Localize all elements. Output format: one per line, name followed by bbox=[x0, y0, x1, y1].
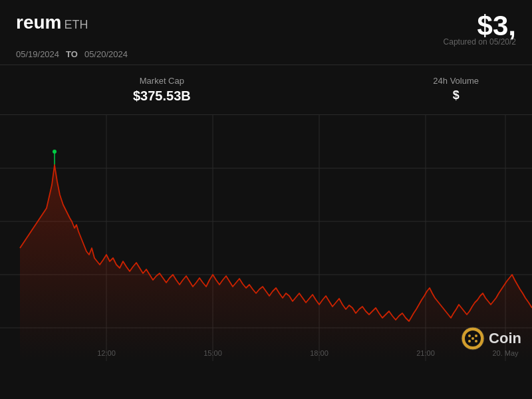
market-cap-stat: Market Cap $375.53B bbox=[133, 76, 191, 104]
date-from: 05/19/2024 bbox=[16, 49, 59, 59]
coin-name-area: reumETH bbox=[16, 12, 88, 33]
coin-ticker: ETH bbox=[64, 18, 88, 31]
market-cap-label: Market Cap bbox=[133, 76, 191, 86]
x-label-1500: 15:00 bbox=[203, 349, 222, 357]
coin-name: reum bbox=[16, 12, 61, 33]
chart-fill bbox=[20, 165, 532, 361]
volume-value: $ bbox=[433, 88, 479, 102]
price-display: $3, bbox=[477, 12, 516, 40]
x-label-1800: 18:00 bbox=[310, 349, 329, 357]
market-cap-value: $375.53B bbox=[133, 88, 191, 104]
svg-point-15 bbox=[468, 340, 471, 342]
date-to-value: 05/20/2024 bbox=[84, 49, 128, 59]
x-label-1200: 12:00 bbox=[97, 349, 116, 357]
watermark-text: Coin bbox=[489, 330, 521, 347]
price-chart: 12:00 15:00 18:00 21:00 20. May bbox=[0, 115, 532, 361]
svg-point-16 bbox=[475, 340, 477, 342]
date-to-label: TO bbox=[66, 49, 78, 59]
volume-stat: 24h Volume $ bbox=[433, 76, 479, 104]
stats-bar: Market Cap $375.53B 24h Volume $ bbox=[0, 65, 532, 115]
watermark-logo-icon bbox=[461, 327, 485, 350]
volume-label: 24h Volume bbox=[433, 76, 479, 86]
watermark: Coin bbox=[461, 327, 521, 350]
svg-point-14 bbox=[475, 334, 477, 337]
date-range-bar: 05/19/2024 TO 05/20/2024 Captured on 05/… bbox=[0, 47, 532, 65]
captured-label: Captured on 05/20/2 bbox=[444, 37, 516, 47]
svg-point-17 bbox=[471, 337, 474, 340]
coin-info: reumETH bbox=[16, 12, 88, 33]
x-label-2100: 21:00 bbox=[416, 349, 435, 357]
svg-point-13 bbox=[468, 334, 471, 337]
chart-area: 12:00 15:00 18:00 21:00 20. May Coin bbox=[0, 115, 532, 361]
